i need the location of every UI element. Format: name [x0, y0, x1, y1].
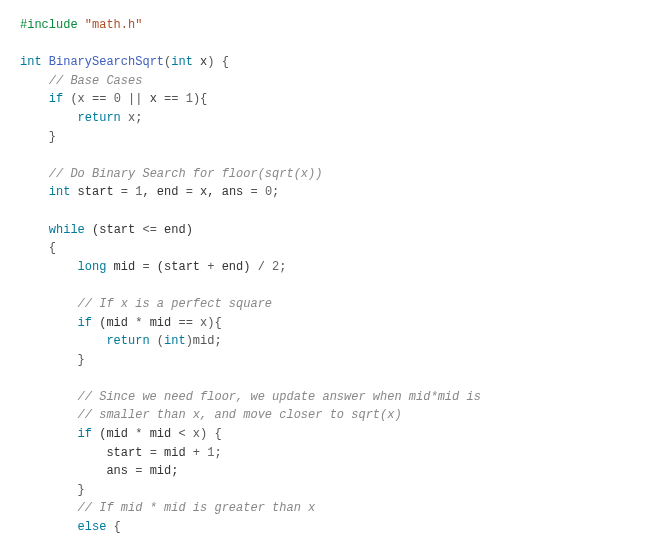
- brace: {: [106, 520, 120, 534]
- expr: (mid: [92, 316, 135, 330]
- op: ==: [92, 92, 106, 106]
- op: =: [142, 260, 149, 274]
- comment: // Do Binary Search for floor(sqrt(x)): [49, 167, 323, 181]
- semicolon: ;: [214, 446, 221, 460]
- expr: x;: [121, 111, 143, 125]
- function-name: BinarySearchSqrt: [49, 55, 164, 69]
- expr: end): [157, 223, 193, 237]
- expr: x: [142, 92, 164, 106]
- brace: }: [49, 130, 56, 144]
- expr: mid: [142, 316, 178, 330]
- keyword-if: if: [78, 316, 92, 330]
- semicolon: ;: [279, 260, 286, 274]
- op: ==: [164, 92, 178, 106]
- op: =: [150, 446, 157, 460]
- op: +: [193, 446, 200, 460]
- expr: x) {: [186, 427, 222, 441]
- keyword-long: long: [78, 260, 107, 274]
- expr: (start: [150, 260, 208, 274]
- comment: // smaller than x, and move closer to sq…: [78, 408, 402, 422]
- sp: [178, 92, 185, 106]
- expr: (x: [63, 92, 92, 106]
- comment: // Since we need floor, we update answer…: [78, 390, 481, 404]
- brace: }: [78, 483, 85, 497]
- keyword-if: if: [78, 427, 92, 441]
- expr: ans: [106, 464, 135, 478]
- semicolon: ;: [272, 185, 279, 199]
- keyword-return: return: [106, 334, 149, 348]
- expr: (: [150, 334, 164, 348]
- expr: mid: [142, 427, 178, 441]
- number: 1: [186, 92, 193, 106]
- expr: x){: [193, 316, 222, 330]
- op: =: [250, 185, 257, 199]
- include-path: "math.h": [85, 18, 143, 32]
- sp: [265, 260, 272, 274]
- op: /: [258, 260, 265, 274]
- keyword-int: int: [20, 55, 42, 69]
- expr: )mid;: [186, 334, 222, 348]
- keyword-return: return: [78, 111, 121, 125]
- brace: {: [49, 241, 56, 255]
- paren-close: ) {: [207, 55, 229, 69]
- param: x: [193, 55, 207, 69]
- keyword-int: int: [171, 55, 193, 69]
- op: <=: [142, 223, 156, 237]
- brace: }: [78, 353, 85, 367]
- sp: [258, 185, 265, 199]
- number: 0: [265, 185, 272, 199]
- sp: [106, 92, 113, 106]
- expr: (start: [85, 223, 143, 237]
- comment: // Base Cases: [49, 74, 143, 88]
- comment: // If x is a perfect square: [78, 297, 272, 311]
- op: <: [178, 427, 185, 441]
- comment: // If mid * mid is greater than x: [78, 501, 316, 515]
- op: ==: [178, 316, 192, 330]
- expr: (mid: [92, 427, 135, 441]
- preprocessor: #include: [20, 18, 78, 32]
- op: =: [186, 185, 193, 199]
- keyword-int: int: [49, 185, 71, 199]
- keyword-while: while: [49, 223, 85, 237]
- keyword-else: else: [78, 520, 107, 534]
- op: ||: [128, 92, 142, 106]
- expr: , end: [142, 185, 185, 199]
- expr: mid: [157, 446, 193, 460]
- keyword-int: int: [164, 334, 186, 348]
- keyword-if: if: [49, 92, 63, 106]
- expr: mid: [106, 260, 142, 274]
- number: 0: [114, 92, 121, 106]
- expr: start: [106, 446, 149, 460]
- expr: mid;: [142, 464, 178, 478]
- brace: ){: [193, 92, 207, 106]
- op: =: [121, 185, 128, 199]
- sp: [121, 92, 128, 106]
- expr: x, ans: [193, 185, 251, 199]
- code-block: #include "math.h" int BinarySearchSqrt(i…: [20, 16, 630, 538]
- expr: end): [214, 260, 257, 274]
- expr: start: [70, 185, 120, 199]
